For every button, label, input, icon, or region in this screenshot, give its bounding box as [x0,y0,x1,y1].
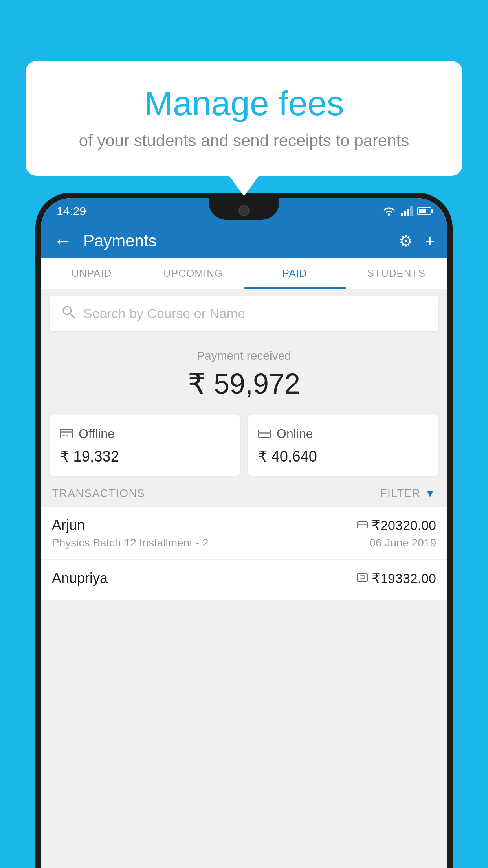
online-icon [258,426,271,441]
svg-rect-12 [258,432,271,434]
add-icon[interactable]: + [426,232,435,250]
payment-cards: Offline ₹ 19,332 Online ₹ 4 [50,415,438,476]
app-header: ← Payments ⚙ + [41,224,447,258]
svg-rect-4 [410,206,413,216]
svg-rect-2 [404,211,406,216]
svg-rect-16 [360,576,365,579]
tab-upcoming[interactable]: UPCOMING [143,258,244,289]
svg-point-0 [388,213,390,216]
filter-icon: ▼ [425,487,436,500]
svg-rect-9 [62,435,65,436]
transaction-amount-wrap: ₹20320.00 [357,517,436,533]
signal-icon [401,206,413,216]
content-area: Search by Course or Name Payment receive… [41,289,447,868]
svg-rect-14 [357,524,367,525]
search-bar[interactable]: Search by Course or Name [50,296,438,331]
payment-label: Payment received [41,349,447,362]
payment-amount: ₹ 59,972 [41,367,447,400]
header-actions: ⚙ + [399,232,435,250]
bubble-title: Manage fees [45,85,443,123]
transaction-desc: Physics Batch 12 Installment - 2 [52,537,208,549]
front-camera [238,205,250,216]
svg-rect-7 [60,429,73,438]
transaction-row[interactable]: Anupriya ₹19332.00 [41,560,447,600]
svg-rect-15 [357,574,367,581]
filter-button[interactable]: FILTER ▼ [380,487,436,500]
payment-received-section: Payment received ₹ 59,972 [41,338,447,407]
transaction-amount: ₹20320.00 [372,517,436,533]
phone-frame: 14:29 [35,193,453,868]
svg-rect-10 [66,435,68,436]
transaction-date: 06 June 2019 [369,537,436,549]
transaction-amount: ₹19332.00 [372,570,436,586]
transactions-label: TRANSACTIONS [52,487,145,500]
search-icon [61,305,75,322]
search-placeholder: Search by Course or Name [83,306,245,321]
offline-card: Offline ₹ 19,332 [50,415,240,476]
transaction-list: Arjun ₹20320.00 Physics [41,507,447,600]
transaction-top: Arjun ₹20320.00 [52,517,436,533]
settings-icon[interactable]: ⚙ [399,232,413,250]
online-amount: ₹ 40,640 [258,448,428,465]
status-icons [382,206,431,216]
offline-label: Offline [79,427,115,441]
transaction-top: Anupriya ₹19332.00 [52,570,436,587]
offline-icon [60,426,73,441]
online-label: Online [277,427,313,441]
offline-card-header: Offline [60,426,230,441]
speech-bubble-container: Manage fees of your students and send re… [26,61,462,176]
transaction-row[interactable]: Arjun ₹20320.00 Physics [41,507,447,560]
tab-students[interactable]: STUDENTS [346,258,448,289]
battery-icon [417,207,431,215]
transaction-type-icon [357,572,368,585]
back-button[interactable]: ← [53,232,72,250]
notch [209,198,279,220]
transaction-type-icon [357,519,368,531]
tab-paid[interactable]: PAID [244,258,346,289]
online-card: Online ₹ 40,640 [248,415,438,476]
tabs-bar: UNPAID UPCOMING PAID STUDENTS [41,258,447,289]
phone-screen: 14:29 [41,198,447,868]
svg-rect-8 [60,431,73,433]
svg-rect-1 [401,213,403,216]
transaction-amount-wrap: ₹19332.00 [357,570,436,586]
status-time: 14:29 [57,204,86,218]
transaction-name: Arjun [52,517,85,533]
svg-line-6 [70,314,74,318]
transaction-name: Anupriya [52,570,108,587]
offline-amount: ₹ 19,332 [60,448,230,465]
bubble-subtitle: of your students and send receipts to pa… [45,131,443,150]
tab-unpaid[interactable]: UNPAID [41,258,143,289]
page-title: Payments [83,232,399,250]
transactions-header: TRANSACTIONS FILTER ▼ [41,476,447,507]
transaction-bottom: Physics Batch 12 Installment - 2 06 June… [52,537,436,549]
online-card-header: Online [258,426,428,441]
speech-bubble: Manage fees of your students and send re… [26,61,462,176]
svg-rect-3 [407,209,409,216]
wifi-icon [382,206,396,216]
